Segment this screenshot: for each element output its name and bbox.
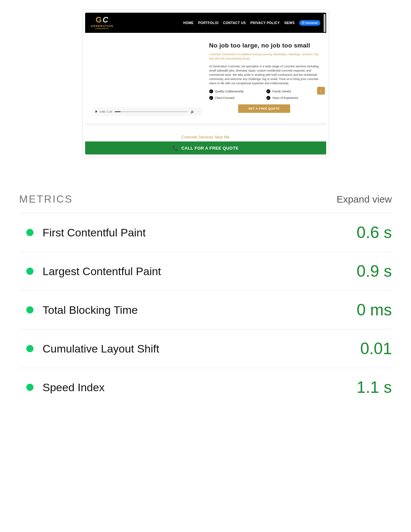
call-bar[interactable]: 📞 CALL FOR A FREE QUOTE (85, 141, 326, 154)
check-icon: ✓ (266, 96, 270, 100)
metric-label: Speed Index (43, 381, 105, 394)
nav-news[interactable]: NEWS (284, 21, 295, 25)
metric-value: 0.9 s (357, 262, 392, 281)
metric-value: 0.01 (360, 339, 392, 358)
play-icon[interactable] (96, 110, 97, 113)
metrics-title: METRICS (19, 193, 73, 205)
scroll-top-button[interactable]: ↑ (317, 87, 325, 95)
nav-portfolio[interactable]: PORTFOLIO (198, 21, 219, 25)
get-quote-button[interactable]: GET A FREE QUOTE (238, 104, 290, 113)
metric-label: Largest Contentful Paint (43, 265, 161, 278)
logo-text: GENERATION (91, 24, 113, 28)
video-time: 0:00 / 1:23 (100, 110, 112, 113)
nav-home[interactable]: HOME (183, 21, 194, 25)
expand-view-link[interactable]: Expand view (337, 194, 392, 205)
status-dot-icon (26, 384, 33, 391)
nav-privacy[interactable]: PRIVACY POLICY (250, 21, 280, 25)
video-progress[interactable] (115, 111, 187, 112)
hero-tagline: Concrete Contractors in midwest Kansas s… (209, 52, 319, 60)
metric-row-lcp[interactable]: Largest Contentful Paint 0.9 s (19, 252, 392, 291)
near-me-heading: Concrete Services Near Me (85, 125, 326, 141)
preview-scrollbar (324, 14, 326, 32)
phone-icon: 📞 (173, 145, 178, 151)
metric-row-cls[interactable]: Cumulative Layout Shift 0.01 (19, 329, 392, 368)
metric-label: Cumulative Layout Shift (43, 342, 159, 355)
hero-description: At Generation Concrete, we specialize in… (209, 64, 319, 86)
site-header: GC GENERATION CONCRETE HOME PORTFOLIO CO… (85, 13, 326, 33)
check-icon: ✓ (209, 89, 213, 93)
metric-label: First Contentful Paint (43, 226, 146, 239)
video-controls[interactable]: 0:00 / 1:23 🔊 ⋮ (92, 107, 203, 116)
video-menu-icon[interactable]: ⋮ (197, 110, 199, 113)
status-dot-icon (26, 229, 33, 236)
check-icon: ✓ (266, 89, 270, 93)
feature-label: Family Owned (272, 90, 291, 93)
metric-value: 1.1 s (357, 378, 392, 397)
feature-label: Years of Experience (272, 96, 298, 100)
hero-title: No job too large, no job too small (209, 42, 319, 49)
facebook-icon: ⓕ (302, 21, 304, 25)
feature-item: ✓ Family Owned (266, 89, 319, 93)
metrics-section: METRICS Expand view First Contentful Pai… (19, 193, 392, 406)
feature-item: ✓ Quality Craftsmanship (209, 89, 262, 93)
check-icon: ✓ (209, 96, 213, 100)
nav-contact[interactable]: CONTACT US (223, 21, 246, 25)
metric-row-fcp[interactable]: First Contentful Paint 0.6 s (19, 213, 392, 252)
metric-row-tbt[interactable]: Total Blocking Time 0 ms (19, 291, 392, 329)
logo-subtext: CONCRETE (95, 28, 109, 30)
metric-value: 0 ms (357, 300, 392, 319)
status-dot-icon (26, 268, 33, 275)
arrow-up-icon: ↑ (320, 88, 322, 93)
call-bar-label: CALL FOR A FREE QUOTE (181, 146, 238, 151)
metric-value: 0.6 s (357, 223, 392, 242)
status-dot-icon (26, 345, 33, 352)
volume-icon[interactable]: 🔊 (190, 110, 194, 113)
status-dot-icon (26, 306, 33, 313)
feature-item: ✓ Client Focused (209, 96, 262, 100)
facebook-button[interactable]: ⓕ Facebook (299, 20, 320, 26)
feature-label: Client Focused (215, 96, 235, 100)
facebook-label: Facebook (305, 21, 317, 24)
metric-label: Total Blocking Time (43, 304, 138, 316)
feature-label: Quality Craftsmanship (215, 90, 244, 93)
site-preview: GC GENERATION CONCRETE HOME PORTFOLIO CO… (82, 10, 329, 157)
site-logo: GC GENERATION CONCRETE (91, 16, 113, 30)
feature-item: ✓ Years of Experience (266, 96, 319, 100)
metric-row-si[interactable]: Speed Index 1.1 s (19, 368, 392, 406)
